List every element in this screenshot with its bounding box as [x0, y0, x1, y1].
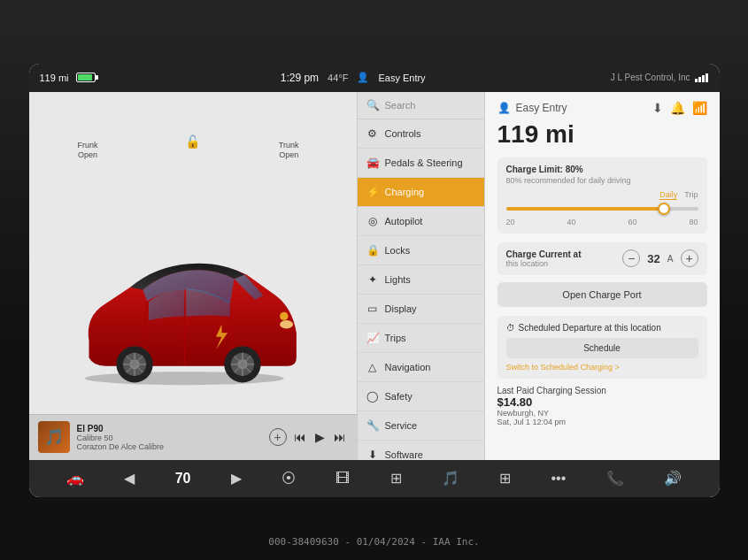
watermark: 000-38409630 - 01/04/2024 - IAA Inc.	[268, 536, 479, 548]
menu-item-safety[interactable]: ◯ Safety	[358, 382, 484, 411]
charging-label: Charging	[385, 187, 425, 197]
taskbar-apps-icon[interactable]: ⊞	[390, 470, 402, 487]
menu-item-autopilot[interactable]: ◎ Autopilot	[358, 207, 484, 236]
menu-item-controls[interactable]: ⚙ Controls	[358, 119, 484, 149]
last-session-title: Last Paid Charging Session	[497, 386, 707, 395]
search-placeholder: Search	[385, 100, 416, 111]
charge-current-controls: − 32 A +	[622, 249, 698, 267]
pedals-icon: 🚘	[366, 157, 379, 169]
decrease-current-button[interactable]: −	[622, 249, 640, 267]
status-bar: 119 mi 1:29 pm 44°F 👤 Easy Entry J L Pes…	[29, 64, 720, 92]
battery-icon	[76, 73, 96, 82]
menu-item-display[interactable]: ▭ Display	[358, 295, 484, 324]
charge-limit-box: Charge Limit: 80% 80% recommended for da…	[497, 157, 707, 234]
locks-label: Locks	[385, 245, 411, 256]
range-big-display: 119 mi	[497, 120, 707, 149]
download-icon[interactable]: ⬇	[652, 101, 663, 115]
last-session: Last Paid Charging Session $14.80 Newbur…	[497, 386, 707, 426]
display-icon: ▭	[366, 303, 379, 315]
switch-charging-link[interactable]: Switch to Scheduled Charging >	[506, 363, 698, 372]
open-charge-port-button[interactable]: Open Charge Port	[497, 282, 707, 307]
taskbar-music-icon[interactable]: 🎵	[442, 470, 459, 487]
svg-point-19	[280, 311, 288, 319]
menu-item-lights[interactable]: ✦ Lights	[358, 265, 484, 295]
wifi-icon[interactable]: 📶	[692, 101, 707, 115]
taskbar-car-icon[interactable]: 🚗	[66, 470, 84, 487]
music-album: Calibre 50	[77, 433, 262, 442]
main-content: Frunk Open Trunk Open 🔓	[29, 92, 720, 460]
software-label: Software	[385, 449, 423, 460]
menu-item-pedals[interactable]: 🚘 Pedals & Steering	[358, 149, 484, 178]
panel-title: Easy Entry	[516, 102, 567, 114]
speed-display: 70	[175, 471, 191, 487]
charge-limit-title: Charge Limit: 80%	[506, 165, 698, 174]
trips-icon: 📈	[366, 332, 379, 344]
person-header-icon: 👤	[497, 102, 511, 114]
search-icon: 🔍	[366, 99, 380, 111]
last-session-date: Sat, Jul 1 12:04 pm	[497, 418, 707, 426]
next-track-button[interactable]: ⏭	[332, 428, 348, 446]
menu-item-navigation[interactable]: △ Navigation	[358, 353, 484, 382]
trip-tab[interactable]: Trip	[684, 190, 698, 200]
taskbar-camera-icon[interactable]: ⦿	[281, 471, 296, 487]
taskbar-video-icon[interactable]: 🎞	[335, 471, 350, 487]
taskbar-grid-icon[interactable]: ⊞	[499, 470, 511, 487]
music-title: El P90	[77, 424, 262, 433]
menu-search[interactable]: 🔍 Search	[358, 92, 484, 119]
trunk-label: Trunk Open	[279, 141, 299, 161]
last-session-location: Newburgh, NY	[497, 409, 707, 418]
taskbar-volume-icon[interactable]: 🔊	[664, 470, 682, 487]
schedule-button[interactable]: Schedule	[506, 338, 698, 358]
bell-icon[interactable]: 🔔	[670, 101, 685, 115]
controls-label: Controls	[385, 128, 421, 139]
daily-tab[interactable]: Daily	[659, 190, 677, 200]
charging-panel: 👤 Easy Entry ⬇ 🔔 📶 119 mi Charge Limit: …	[485, 92, 720, 460]
header-left: 👤 Easy Entry	[497, 102, 567, 114]
left-panel: Frunk Open Trunk Open 🔓	[29, 92, 357, 460]
speed-number: 70	[175, 471, 191, 487]
taskbar-forward-icon[interactable]: ▶	[231, 470, 242, 487]
status-center: 1:29 pm 44°F 👤 Easy Entry	[281, 72, 426, 84]
scheduled-title: ⏱ Scheduled Departure at this location	[506, 323, 698, 333]
label-40: 40	[567, 218, 575, 226]
menu-item-service[interactable]: 🔧 Service	[358, 411, 484, 441]
menu-item-software[interactable]: ⬇ Software	[358, 441, 484, 460]
previous-track-button[interactable]: ⏮	[292, 428, 308, 446]
person-icon: 👤	[357, 72, 369, 83]
slider-fill	[506, 207, 660, 211]
label-20: 20	[506, 218, 515, 226]
mode-display: Easy Entry	[378, 73, 425, 83]
navigation-label: Navigation	[385, 362, 431, 372]
increase-current-button[interactable]: +	[681, 249, 698, 267]
time-display: 1:29 pm	[281, 72, 319, 84]
label-60: 60	[628, 218, 636, 226]
taskbar-back-icon[interactable]: ◀	[124, 470, 135, 487]
frunk-label: Frunk Open	[78, 141, 98, 161]
charge-current-value: 32	[647, 252, 659, 265]
menu-panel: 🔍 Search ⚙ Controls 🚘 Pedals & Steering …	[357, 92, 485, 460]
slider-thumb[interactable]	[658, 203, 670, 215]
add-to-library-button[interactable]: +	[269, 428, 287, 446]
navigation-icon: △	[366, 361, 379, 373]
music-info: El P90 Calibre 50 Corazon De Alce Calibr…	[77, 424, 262, 451]
charge-limit-sub: 80% recommended for daily driving	[506, 176, 698, 185]
charge-current-box: Charge Current at this location − 32 A +	[497, 242, 707, 275]
taskbar-phone-icon[interactable]: 📞	[606, 470, 624, 487]
charge-current-label-group: Charge Current at this location	[506, 249, 582, 268]
company-display: J L Pest Control, Inc	[611, 73, 690, 82]
pedals-label: Pedals & Steering	[385, 157, 463, 168]
taskbar-more-icon[interactable]: •••	[551, 471, 566, 487]
lock-icon: 🔓	[185, 134, 200, 149]
menu-item-locks[interactable]: 🔒 Locks	[358, 236, 484, 265]
menu-item-trips[interactable]: 📈 Trips	[358, 324, 484, 353]
controls-icon: ⚙	[366, 127, 379, 140]
menu-item-charging[interactable]: ⚡ Charging	[358, 178, 484, 207]
taskbar: 🚗 ◀ 70 ▶ ⦿ 🎞 ⊞ 🎵 ⊞ ••• 📞 🔊	[29, 460, 720, 497]
car-image	[56, 219, 321, 396]
charge-slider[interactable]	[506, 202, 698, 216]
charge-current-unit: A	[667, 254, 674, 264]
music-player: 🎵 El P90 Calibre 50 Corazon De Alce Cali…	[29, 414, 357, 460]
status-right: J L Pest Control, Inc	[611, 73, 709, 82]
lights-label: Lights	[385, 274, 411, 285]
play-pause-button[interactable]: ▶	[313, 428, 327, 446]
